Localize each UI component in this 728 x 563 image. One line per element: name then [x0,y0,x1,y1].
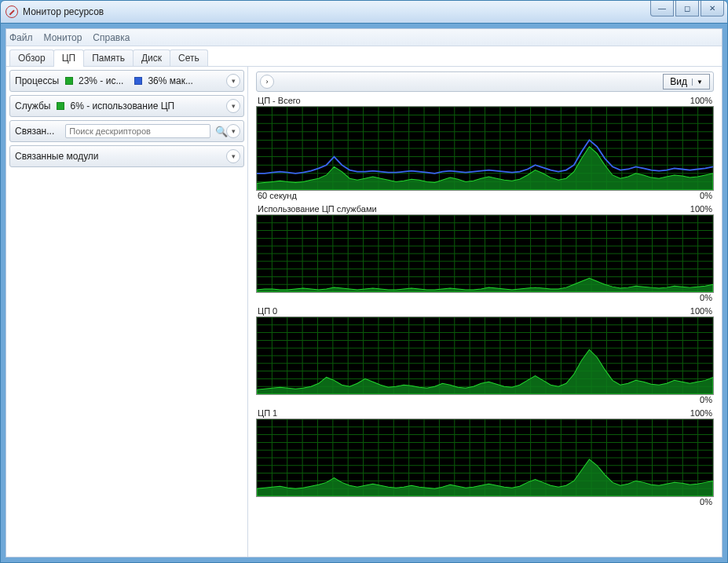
charts-toolbar: › Вид ▼ [256,71,714,92]
chevron-down-icon[interactable]: ▾ [226,99,240,113]
minimize-button[interactable]: — [650,1,674,16]
content-split: Процессы 23% - ис... 36% мак... ▾ Службы [6,67,722,557]
chart-title: ЦП 0 [258,306,277,316]
processes-usage: 23% - ис... [79,75,123,86]
title-bar[interactable]: Монитор ресурсов — ◻ ✕ [0,0,728,24]
chart-title: ЦП 1 [258,408,277,418]
charts-container: ЦП - Всего100%60 секунд0%Использование Ц… [256,95,714,552]
view-dropdown[interactable]: Вид ▼ [663,74,710,90]
green-swatch-icon [65,77,73,85]
menu-bar: Файл Монитор Справка [6,29,722,46]
close-button[interactable]: ✕ [701,1,724,16]
chart-canvas [256,106,714,191]
chevron-down-icon[interactable]: ▾ [226,149,240,163]
tab-network[interactable]: Сеть [170,49,208,66]
green-swatch-icon [57,102,64,110]
chart-ymin: 0% [700,497,712,506]
section-label: Связанные модули [15,151,99,162]
menu-help[interactable]: Справка [93,32,130,43]
left-panel: Процессы 23% - ис... 36% мак... ▾ Службы [6,67,248,557]
tab-bar: Обзор ЦП Память Диск Сеть [6,46,722,67]
chart-ymax: 100% [690,306,712,316]
section-handles[interactable]: Связан... 🔍 ↻ ▾ [9,120,244,142]
section-processes[interactable]: Процессы 23% - ис... 36% мак... ▾ [9,70,244,92]
chart-ymax: 100% [690,96,712,105]
chart-ymin: 0% [700,395,712,404]
section-services[interactable]: Службы 6% - использование ЦП ▾ [9,95,244,117]
section-label: Связан... [15,126,54,137]
section-modules[interactable]: Связанные модули ▾ [9,145,244,167]
client-frame: Файл Монитор Справка Обзор ЦП Память Дис… [0,24,728,563]
chevron-down-icon: ▼ [692,79,703,86]
chevron-down-icon[interactable]: ▾ [226,124,240,138]
app-icon [5,5,18,18]
tab-cpu[interactable]: ЦП [53,49,85,67]
services-metrics: 6% - использование ЦП [57,101,174,112]
section-label: Процессы [15,75,59,86]
menu-file[interactable]: Файл [9,32,33,43]
search-input[interactable] [65,124,210,138]
right-panel: › Вид ▼ ЦП - Всего100%60 секунд0%Использ… [248,67,722,557]
processes-metrics: 23% - ис... 36% мак... [65,75,193,86]
chevron-down-icon[interactable]: ▾ [226,74,240,88]
services-usage: 6% - использование ЦП [70,101,174,112]
chart-ymax: 100% [690,204,712,214]
client-area: Файл Монитор Справка Обзор ЦП Память Дис… [5,28,723,558]
tab-overview[interactable]: Обзор [9,49,54,66]
view-label: Вид [670,76,687,87]
window-title: Монитор ресурсов [23,6,104,17]
chart-xlabel: 60 секунд [258,191,297,200]
window-frame: Монитор ресурсов — ◻ ✕ Файл Монитор Спра… [0,0,728,563]
tab-memory[interactable]: Память [83,49,134,66]
collapse-icon[interactable]: › [260,75,274,89]
chart-canvas [256,214,714,293]
window-controls: — ◻ ✕ [650,1,724,16]
chart-block: ЦП 1100%0% [256,408,714,508]
chart-canvas [256,419,714,497]
maximize-button[interactable]: ◻ [675,1,699,16]
tab-disk[interactable]: Диск [133,49,170,66]
section-label: Службы [15,101,50,112]
chart-title: Использование ЦП службами [258,204,377,214]
chart-canvas [256,316,714,395]
chart-ymin: 0% [700,191,712,200]
chart-title: ЦП - Всего [258,96,301,105]
chart-ymax: 100% [690,408,712,418]
chart-block: ЦП 0100%0% [256,305,714,406]
blue-swatch-icon [134,77,142,85]
chart-block: ЦП - Всего100%60 секунд0% [256,95,714,202]
processes-max: 36% мак... [148,75,193,86]
chart-block: Использование ЦП службами100%0% [256,203,714,304]
chart-ymin: 0% [700,293,712,302]
menu-monitor[interactable]: Монитор [44,32,82,43]
